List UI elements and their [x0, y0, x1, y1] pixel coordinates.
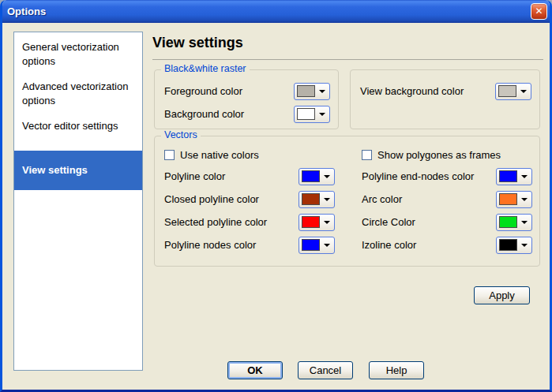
polyline-color-dropdown[interactable]: [299, 168, 335, 185]
view-background-color-label: View background color: [360, 85, 464, 97]
group-vectors: Vectors Use native colors Polyline color…: [154, 136, 540, 267]
sidebar-item-label: Advanced vectorization options: [22, 80, 128, 106]
row-view-background-color: View background color: [360, 80, 531, 103]
selected-polyline-color-swatch: [302, 216, 320, 228]
page-title: View settings: [152, 35, 243, 51]
arc-color-swatch: [499, 193, 517, 205]
polyline-nodes-color-swatch: [302, 239, 320, 251]
row-polyline-nodes-color: Polyline nodes color: [164, 233, 335, 256]
selected-polyline-color-dropdown[interactable]: [299, 214, 335, 231]
group-bw-raster-title: Black&white raster: [161, 63, 250, 74]
chevron-down-icon: [319, 90, 325, 93]
closed-polyline-color-dropdown[interactable]: [299, 191, 335, 208]
chevron-down-icon: [521, 198, 528, 201]
row-polyline-end-nodes-color: Polyline end-nodes color: [362, 165, 532, 188]
selected-polyline-color-label: Selected polyline color: [164, 216, 267, 228]
sidebar-item-view-settings[interactable]: View settings: [14, 151, 142, 190]
group-vectors-title: Vectors: [161, 129, 201, 140]
background-color-dropdown[interactable]: [294, 106, 330, 123]
row-show-polygones: Show polygones as frames: [362, 144, 532, 165]
foreground-color-label: Foreground color: [164, 85, 242, 97]
row-closed-polyline-color: Closed polyline color: [164, 188, 335, 211]
izoline-color-label: Izoline color: [362, 239, 416, 251]
polyline-end-nodes-color-swatch: [499, 170, 517, 182]
chevron-down-icon: [521, 221, 528, 224]
chevron-down-icon: [324, 175, 330, 178]
category-list: General vectorization options Advanced v…: [13, 32, 143, 371]
options-dialog: Options ✕ General vectorization options …: [0, 0, 552, 392]
sidebar-item-general-vectorization[interactable]: General vectorization options: [14, 32, 142, 72]
polyline-color-label: Polyline color: [164, 170, 225, 182]
circle-color-swatch: [499, 216, 517, 228]
title-bar[interactable]: Options ✕: [0, 0, 552, 23]
group-view-background: View background color: [350, 69, 540, 129]
chevron-down-icon: [324, 221, 330, 224]
cancel-button[interactable]: Cancel: [298, 361, 353, 379]
row-background-color: Background color: [164, 103, 330, 125]
closed-polyline-color-swatch: [302, 193, 320, 205]
sidebar-item-label: View settings: [22, 163, 88, 177]
apply-button[interactable]: Apply: [474, 286, 530, 304]
foreground-color-dropdown[interactable]: [294, 83, 330, 100]
polyline-end-nodes-color-dropdown[interactable]: [496, 168, 532, 185]
sidebar-item-label: Vector editor settings: [22, 120, 118, 132]
view-background-color-dropdown[interactable]: [495, 83, 531, 100]
background-color-label: Background color: [164, 108, 244, 120]
row-use-native-colors: Use native colors: [164, 144, 335, 165]
use-native-colors-label: Use native colors: [180, 149, 259, 161]
circle-color-label: Circle Color: [362, 216, 415, 228]
chevron-down-icon: [521, 175, 528, 178]
arc-color-label: Arc color: [362, 193, 402, 205]
ok-button[interactable]: OK: [227, 361, 283, 379]
izoline-color-swatch: [499, 239, 517, 251]
title-divider: [152, 59, 543, 60]
close-button[interactable]: ✕: [531, 3, 547, 20]
sidebar-item-vector-editor[interactable]: Vector editor settings: [14, 111, 142, 151]
help-button[interactable]: Help: [369, 361, 424, 379]
izoline-color-dropdown[interactable]: [496, 237, 532, 254]
row-polyline-color: Polyline color: [164, 165, 335, 188]
chevron-down-icon: [521, 244, 528, 247]
sidebar-item-advanced-vectorization[interactable]: Advanced vectorization options: [14, 72, 142, 111]
sidebar-item-label: General vectorization options: [22, 41, 119, 67]
row-selected-polyline-color: Selected polyline color: [164, 211, 335, 233]
background-color-swatch: [297, 108, 315, 120]
row-arc-color: Arc color: [362, 188, 532, 211]
polyline-end-nodes-color-label: Polyline end-nodes color: [362, 170, 474, 182]
chevron-down-icon: [319, 113, 325, 116]
arc-color-dropdown[interactable]: [496, 191, 532, 208]
foreground-color-swatch: [297, 85, 315, 97]
view-background-color-swatch: [498, 85, 516, 97]
chevron-down-icon: [520, 90, 527, 93]
show-polygones-as-frames-checkbox[interactable]: [362, 150, 372, 160]
group-bw-raster: Black&white raster Foreground color Back…: [154, 69, 339, 129]
chevron-down-icon: [324, 198, 330, 201]
close-icon: ✕: [535, 6, 543, 17]
window-title: Options: [0, 6, 46, 17]
show-polygones-as-frames-label: Show polygones as frames: [377, 149, 501, 161]
use-native-colors-checkbox[interactable]: [164, 150, 175, 160]
row-circle-color: Circle Color: [362, 211, 532, 233]
chevron-down-icon: [324, 244, 330, 247]
row-izoline-color: Izoline color: [362, 233, 532, 256]
closed-polyline-color-label: Closed polyline color: [164, 193, 259, 205]
circle-color-dropdown[interactable]: [496, 214, 532, 231]
polyline-color-swatch: [302, 170, 320, 182]
row-foreground-color: Foreground color: [164, 80, 330, 103]
polyline-nodes-color-dropdown[interactable]: [299, 237, 335, 254]
polyline-nodes-color-label: Polyline nodes color: [164, 239, 256, 251]
